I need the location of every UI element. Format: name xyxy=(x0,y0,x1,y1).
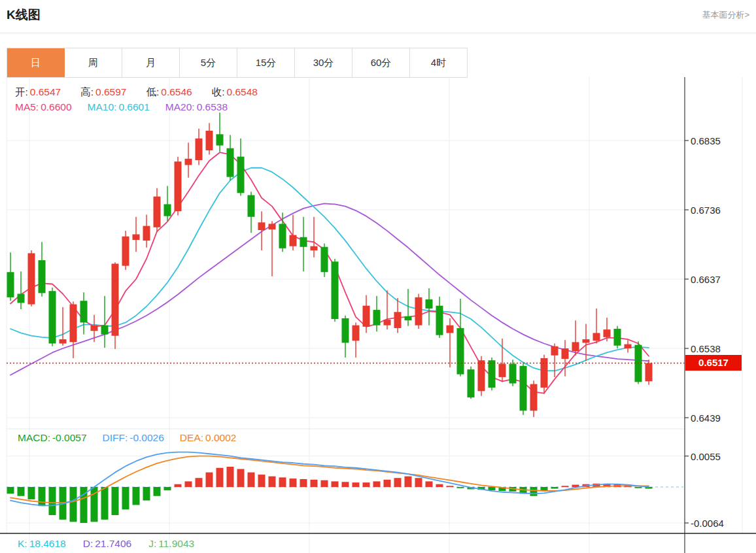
macd-hist-bar xyxy=(384,480,391,487)
macd-hist-bar xyxy=(206,473,213,487)
macd-hist-bar xyxy=(237,469,245,487)
price-axis-label: 0.6538 xyxy=(691,343,721,354)
candle-body xyxy=(394,312,402,328)
macd-hist-bar xyxy=(279,477,286,487)
macd-hist-bar xyxy=(489,487,496,490)
ohlc-legend: 开:0.6547高:0.6597低:0.6546收:0.6548 xyxy=(15,86,258,99)
legend-item: DEA:0.0002 xyxy=(180,432,237,444)
macd-axis-label: 0.0055 xyxy=(691,450,721,461)
macd-hist-bar xyxy=(49,487,56,515)
macd-hist-bar xyxy=(258,475,266,487)
candle-body xyxy=(478,360,485,391)
macd-hist-bar xyxy=(185,481,192,487)
candle-body xyxy=(60,339,67,343)
macd-hist-bar xyxy=(164,487,171,490)
macd-hist-bar xyxy=(175,484,182,487)
candle-body xyxy=(645,363,653,381)
macd-legend: MACD:-0.0057DIFF:-0.0026DEA:0.0002 xyxy=(18,432,236,444)
macd-hist-bar xyxy=(7,487,14,494)
macd-hist-bar xyxy=(112,487,119,515)
candle-body xyxy=(248,195,255,217)
candle-body xyxy=(426,299,433,309)
candle-body xyxy=(373,310,381,326)
macd-hist-bar xyxy=(122,487,129,509)
legend-item: 高:0.6597 xyxy=(80,86,126,99)
candle-body xyxy=(593,333,600,341)
candle-body xyxy=(415,297,422,326)
candle-body xyxy=(530,384,538,411)
legend-item: J:11.9043 xyxy=(148,538,194,550)
candle-body xyxy=(18,293,25,303)
ma-legend: MA5:0.6600MA10:0.6601MA20:0.6538 xyxy=(15,101,228,113)
candle-body xyxy=(562,348,569,359)
candle-body xyxy=(196,139,203,160)
candle-body xyxy=(7,272,14,297)
macd-hist-bar xyxy=(70,487,77,522)
candle-body xyxy=(551,346,558,356)
macd-hist-bar xyxy=(101,487,109,520)
ma5-line xyxy=(10,152,649,393)
current-price-badge: 0.6517 xyxy=(685,355,742,371)
macd-hist-bar xyxy=(352,482,360,487)
macd-hist-bar xyxy=(216,468,224,487)
macd-hist-bar xyxy=(447,486,454,487)
candle-body xyxy=(101,326,109,335)
kline-page: K线图 基本面分析> 日周月5分15分30分60分4时 开:0.6547高:0.… xyxy=(0,0,756,553)
candle-body xyxy=(625,344,632,348)
candle-body xyxy=(28,253,35,304)
macd-hist-bar xyxy=(143,487,150,501)
macd-hist-bar xyxy=(321,480,328,487)
candle-body xyxy=(447,326,454,333)
ma10-line xyxy=(10,168,649,371)
candle-body xyxy=(269,224,276,229)
macd-hist-bar xyxy=(269,477,276,487)
candle-body xyxy=(614,329,621,346)
macd-hist-bar xyxy=(227,467,234,487)
macd-hist-bar xyxy=(300,479,307,487)
candle-body xyxy=(468,369,475,397)
macd-hist-bar xyxy=(133,487,140,505)
macd-hist-bar xyxy=(562,486,569,487)
macd-hist-bar xyxy=(635,487,642,488)
candle-body xyxy=(520,366,527,411)
macd-axis-label: -0.0064 xyxy=(691,518,724,529)
legend-item: K:18.4618 xyxy=(18,538,66,550)
candle-body xyxy=(541,358,548,388)
candle-body xyxy=(509,364,517,384)
candle-body xyxy=(143,226,150,241)
candle-body xyxy=(39,260,46,293)
candle-body xyxy=(279,224,286,248)
price-axis-label: 0.6637 xyxy=(691,273,721,284)
candle-body xyxy=(237,157,245,193)
macd-hist-bar xyxy=(530,487,538,496)
legend-item: MA20:0.6538 xyxy=(165,101,228,113)
macd-hist-bar xyxy=(541,487,548,490)
candle-body xyxy=(133,234,140,240)
macd-hist-bar xyxy=(290,478,297,487)
candle-body xyxy=(80,301,88,322)
macd-hist-bar xyxy=(154,487,161,496)
candle-body xyxy=(112,263,119,335)
macd-hist-bar xyxy=(332,481,339,487)
candle-body xyxy=(258,222,266,230)
macd-hist-bar xyxy=(311,480,318,487)
macd-hist-bar xyxy=(196,478,203,487)
macd-hist-bar xyxy=(18,487,25,496)
candle-body xyxy=(342,318,349,343)
price-axis-label: 0.6835 xyxy=(691,135,721,146)
candle-body xyxy=(216,134,224,145)
candle-body xyxy=(49,291,56,343)
candle-body xyxy=(175,161,182,211)
candle-body xyxy=(154,197,161,227)
legend-item: MACD:-0.0057 xyxy=(18,432,87,444)
candle-body xyxy=(332,261,339,319)
legend-item: 低:0.6546 xyxy=(146,86,192,99)
candle-body xyxy=(352,326,360,341)
price-axis-label: 0.6736 xyxy=(691,204,721,215)
candle-body xyxy=(499,364,506,377)
legend-item: DIFF:-0.0026 xyxy=(103,432,164,444)
legend-item: MA5:0.6600 xyxy=(15,101,72,113)
macd-hist-bar xyxy=(363,482,370,487)
kline-chart-canvas[interactable] xyxy=(0,0,756,553)
candle-body xyxy=(583,339,590,343)
